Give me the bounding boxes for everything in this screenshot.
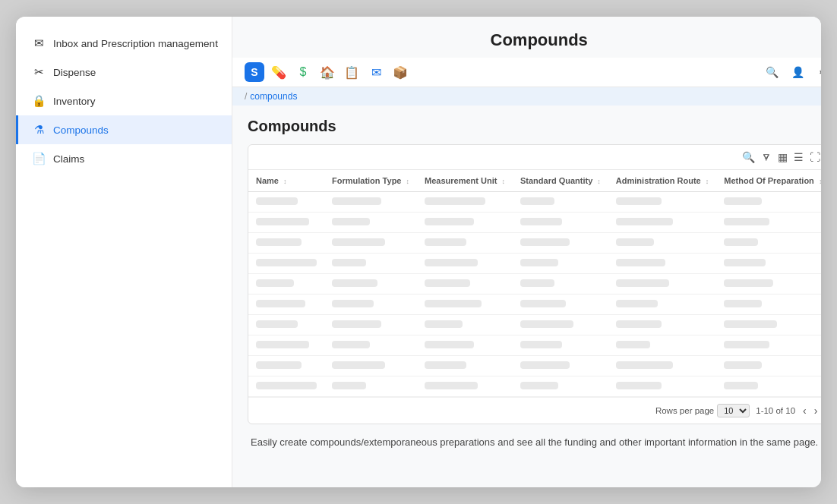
toolbar-right: 🔍 👤 ⚙ <box>762 62 821 82</box>
skeleton-cell <box>616 341 650 348</box>
filter-icon[interactable]: ⛛ <box>761 151 772 163</box>
table-row[interactable] <box>248 335 821 356</box>
app-icon-box[interactable]: 📦 <box>390 62 410 82</box>
skeleton-cell <box>724 361 762 369</box>
breadcrumb: / compounds <box>232 87 821 106</box>
skeleton-cell <box>425 197 485 205</box>
skeleton-cell <box>520 382 558 389</box>
table-row[interactable] <box>248 295 821 315</box>
col-name[interactable]: Name ↕ <box>248 170 324 192</box>
user-icon[interactable]: 👤 <box>788 62 807 82</box>
col-administration-route[interactable]: Administration Route ↕ <box>608 170 716 192</box>
skeleton-cell <box>256 279 294 287</box>
skeleton-cell <box>256 218 309 225</box>
sidebar-item-inventory[interactable]: 🔒 Inventory <box>16 87 232 115</box>
col-formulation-type[interactable]: Formulation Type ↕ <box>324 170 417 192</box>
toolbar: S 💊 $ 🏠 📋 ✉ 📦 🔍 👤 ⚙ <box>232 58 821 87</box>
description: Easily create compounds/extemporaneous p… <box>248 435 821 451</box>
app-icon-dollar[interactable]: $ <box>293 62 313 82</box>
skeleton-cell <box>425 320 463 328</box>
inbox-icon: ✉ <box>32 36 46 50</box>
skeleton-cell <box>724 382 758 389</box>
sort-icon-meas: ↕ <box>501 178 505 185</box>
skeleton-cell <box>256 341 309 348</box>
skeleton-cell <box>724 320 777 328</box>
table-row[interactable] <box>248 315 821 335</box>
skeleton-cell <box>256 259 317 266</box>
table-row[interactable] <box>248 233 821 254</box>
skeleton-cell <box>520 341 562 348</box>
page-info: 1-10 of 10 <box>756 406 795 415</box>
settings-icon[interactable]: ⚙ <box>813 62 821 82</box>
table-actions: 🔍 ⛛ ▦ ☰ ⛶ <box>248 145 821 170</box>
sidebar-item-claims[interactable]: 📄 Claims <box>16 144 232 173</box>
sidebar: ✉ Inbox and Prescription management ✂ Di… <box>16 17 232 487</box>
table-row[interactable] <box>248 213 821 233</box>
app-icon-r[interactable]: 💊 <box>269 62 289 82</box>
sort-icon-method: ↕ <box>819 178 821 185</box>
expand-icon[interactable]: ⛶ <box>810 151 820 163</box>
breadcrumb-separator: / <box>245 91 247 102</box>
sort-icon-form: ↕ <box>406 178 410 185</box>
table-footer: Rows per page 10 25 50 1-10 of 10 ‹ › <box>248 397 821 424</box>
skeleton-cell <box>332 259 366 266</box>
columns-icon[interactable]: ▦ <box>778 151 788 163</box>
skeleton-cell <box>520 218 562 225</box>
skeleton-cell <box>332 320 381 328</box>
inventory-icon: 🔒 <box>32 94 46 108</box>
skeleton-cell <box>724 259 766 266</box>
col-standard-quantity[interactable]: Standard Quantity ↕ <box>513 170 608 192</box>
rows-per-page-label: Rows per page <box>655 406 714 415</box>
skeleton-cell <box>332 382 366 389</box>
skeleton-cell <box>256 382 317 389</box>
skeleton-cell <box>425 279 470 287</box>
main-content: Compounds S 💊 $ 🏠 📋 ✉ 📦 🔍 👤 ⚙ / compound… <box>232 17 821 487</box>
search-table-icon[interactable]: 🔍 <box>742 151 755 163</box>
app-icon-list[interactable]: 📋 <box>342 62 362 82</box>
sort-icon-route: ↕ <box>706 178 709 185</box>
rows-per-page-select[interactable]: 10 25 50 <box>717 404 750 417</box>
skeleton-cell <box>724 341 769 348</box>
skeleton-cell <box>256 300 305 307</box>
app-icon-home[interactable]: 🏠 <box>317 62 337 82</box>
claims-icon: 📄 <box>32 152 46 165</box>
skeleton-cell <box>616 382 662 389</box>
skeleton-cell <box>616 361 673 369</box>
page-nav: ‹ › <box>801 405 819 417</box>
sidebar-item-compounds[interactable]: ⚗ Compounds <box>16 115 232 144</box>
skeleton-cell <box>616 279 669 287</box>
skeleton-cell <box>256 238 302 246</box>
table-row[interactable] <box>248 192 821 213</box>
skeleton-cell <box>520 279 554 287</box>
sort-icon-qty: ↕ <box>597 178 601 185</box>
compounds-table: Name ↕ Formulation Type ↕ Measurement Un… <box>248 170 821 397</box>
rows-icon[interactable]: ☰ <box>794 151 804 163</box>
col-measurement-unit[interactable]: Measurement Unit ↕ <box>417 170 513 192</box>
skeleton-cell <box>332 341 370 348</box>
col-method[interactable]: Method Of Preparation ↕ <box>716 170 821 192</box>
skeleton-cell <box>616 259 665 266</box>
sidebar-item-dispense[interactable]: ✂ Dispense <box>16 58 232 87</box>
content-area: Compounds 🔍 ⛛ ▦ ☰ ⛶ Name ↕ <box>232 106 821 487</box>
table-row[interactable] <box>248 376 821 397</box>
app-window: ✉ Inbox and Prescription management ✂ Di… <box>16 17 821 487</box>
table-row[interactable] <box>248 254 821 274</box>
skeleton-cell <box>520 300 566 307</box>
header-title: Compounds <box>491 30 588 49</box>
skeleton-cell <box>425 361 466 369</box>
sidebar-item-label: Inbox and Prescription management <box>53 38 218 49</box>
sidebar-item-inbox[interactable]: ✉ Inbox and Prescription management <box>16 29 232 58</box>
next-page-button[interactable]: › <box>813 405 820 417</box>
rows-per-page: Rows per page 10 25 50 <box>655 404 750 417</box>
table-row[interactable] <box>248 356 821 376</box>
app-icon-mail[interactable]: ✉ <box>366 62 386 82</box>
breadcrumb-current[interactable]: compounds <box>250 91 297 102</box>
skeleton-cell <box>425 382 478 389</box>
prev-page-button[interactable]: ‹ <box>801 405 808 417</box>
skeleton-cell <box>425 259 478 266</box>
search-icon[interactable]: 🔍 <box>762 62 782 82</box>
sidebar-item-label: Claims <box>53 153 84 165</box>
app-icon-s[interactable]: S <box>245 62 264 82</box>
table-row[interactable] <box>248 274 821 295</box>
skeleton-cell <box>256 361 302 369</box>
